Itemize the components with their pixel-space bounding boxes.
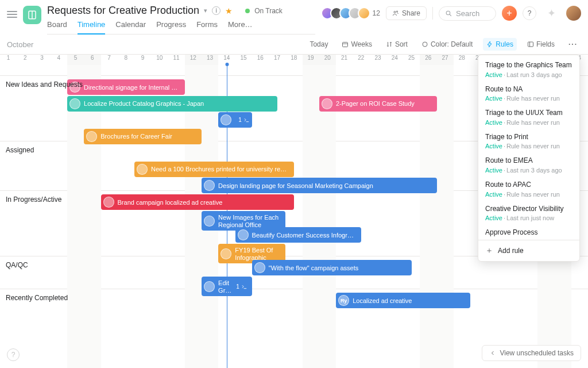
date-cell: 28 [454,55,470,65]
task-bar[interactable]: Brand campaign localized ad creative [101,194,294,210]
tab-progress[interactable]: Progress [156,20,186,34]
rule-status: Active [485,143,502,150]
info-icon[interactable]: i [212,6,220,15]
assignee-avatar [137,164,148,175]
rule-status: Active [485,214,502,221]
date-cell: 15 [235,55,252,65]
sort-button[interactable]: Sort [382,38,411,51]
section-label[interactable]: In Progress/Active [6,195,61,204]
date-cell: 12 [185,55,202,65]
svg-rect-6 [343,43,348,47]
date-cell: 13 [202,55,218,65]
assignee-avatar [69,98,80,109]
task-bar[interactable]: Localize Product Catalog Graphics - Japa… [67,96,277,112]
date-cell: 17 [269,55,285,65]
rule-when: Last run 3 days ago [506,167,562,174]
task-label: FY19 Best Of Infographic [235,247,281,261]
star-icon[interactable]: ★ [225,6,233,16]
assignee-avatar [322,98,332,109]
rule-status: Active [485,71,502,78]
tab-forms[interactable]: Forms [196,20,218,34]
svg-point-8 [423,42,427,47]
task-bar[interactable]: Beautify Customer Success Infographic [235,227,361,243]
tab-more[interactable]: More… [228,20,253,34]
rule-when: Rule has never run [506,143,560,150]
share-button[interactable]: Share [386,6,427,20]
status-text[interactable]: On Track [254,7,283,15]
date-cell: 9 [134,55,151,65]
tab-timeline[interactable]: Timeline [78,20,106,34]
date-cell: 22 [353,55,369,65]
rule-item[interactable]: Approve ProcessActive·Last run 3 days ag… [478,225,579,240]
rule-item[interactable]: Route to EMEAActive·Last run 3 days ago [478,153,579,177]
date-cell: 24 [386,55,403,65]
section-label[interactable]: Recently Completed [6,294,68,302]
color-button[interactable]: Color: Default [418,38,476,51]
month-label: October [7,40,299,49]
date-cell: 7 [101,55,118,65]
search-input[interactable]: Search [439,6,496,21]
task-bar[interactable]: RyLocalized ad creative [336,293,470,308]
search-icon [445,10,452,17]
task-bar[interactable]: Need a 100 Brochures printed for univers… [134,162,294,177]
today-dot [225,63,229,66]
rule-item[interactable]: Route to APACActive·Rule has never run [478,177,579,201]
rule-item[interactable]: Triage to the Graphics TeamActive·Last r… [478,57,579,82]
task-bar[interactable]: Edit Graph…1 [202,277,252,296]
section-label[interactable]: Assigned [6,146,34,154]
mascot-icon: ✦ [542,6,560,20]
feedback-button[interactable]: ? [7,348,20,361]
section-label[interactable]: QA/QC [6,261,28,269]
task-bar[interactable]: Design landing page for Seasonal Marketi… [202,178,437,193]
date-cell: 25 [403,55,420,65]
rule-item[interactable]: Creative Director VisibilityActive·Last … [478,201,579,225]
assignee-avatar [204,180,215,191]
rule-item[interactable]: Triage to the UI/UX TeamActive·Rule has … [478,105,579,129]
user-avatar[interactable] [566,6,581,21]
chevron-down-icon[interactable]: ▾ [204,7,207,14]
view-unscheduled-button[interactable]: View unscheduled tasks [482,345,581,361]
rule-name: Triage to the Graphics Team [485,61,572,70]
rule-name: Triage to Print [485,133,572,142]
tab-board[interactable]: Board [47,20,67,34]
rule-when: Last run just now [506,214,554,221]
rule-item[interactable]: Triage to PrintActive·Rule has never run [478,129,579,154]
facepile-overflow: 12 [373,9,380,17]
task-bar[interactable]: Brochures for Career Fair [84,129,202,144]
more-button[interactable]: ··· [565,38,581,51]
task-meta: 1 [236,283,247,290]
assignee-avatar [254,262,265,273]
task-bar[interactable]: 2-Pager on ROI Case Study [319,96,437,112]
rule-when: Rule has never run [506,95,560,102]
date-cell: 1 [0,55,17,65]
help-button[interactable]: ? [523,6,536,20]
section-label[interactable]: New Ideas and Requests [6,80,83,89]
today-button[interactable]: Today [306,38,331,51]
project-icon[interactable] [23,6,41,24]
add-rule-button[interactable]: ＋ Add rule [478,240,579,261]
assignee-avatar [86,131,97,142]
rules-button[interactable]: Rules [483,38,517,51]
date-cell: 19 [303,55,319,65]
bolt-icon [486,41,493,48]
task-meta: 1 [238,117,250,123]
rule-item[interactable]: Route to NAActive·Rule has never run [478,82,579,106]
chevron-left-icon [489,350,496,356]
task-label: Directional signage for Internal events [84,84,180,91]
task-bar[interactable]: Directional signage for Internal events [67,79,185,95]
rule-name: Approve Process [485,228,572,237]
svg-rect-9 [528,42,533,47]
task-label: 2-Pager on ROI Case Study [336,100,432,107]
date-cell: 27 [437,55,454,65]
tab-calendar[interactable]: Calendar [115,20,146,34]
fields-button[interactable]: Fields [524,38,558,51]
date-cell: 2 [17,55,33,65]
scale-selector[interactable]: Weeks [338,38,375,51]
facepile[interactable]: 12 [321,7,380,20]
add-button[interactable]: + [502,6,517,21]
menu-button[interactable] [7,9,17,20]
date-cell: 8 [118,55,134,65]
task-bar[interactable]: B f…1 [218,112,252,128]
task-bar[interactable]: "With the flow" campaign assets [252,260,412,275]
share-label: Share [402,9,420,17]
